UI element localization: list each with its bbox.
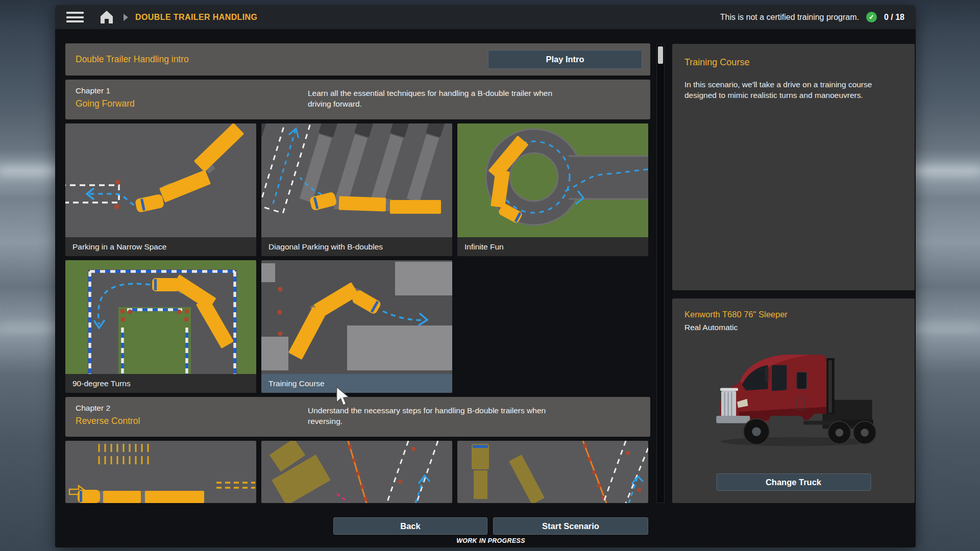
- chapter-description: Understand the necessary steps for handl…: [308, 404, 576, 437]
- breadcrumb: DOUBLE TRAILER HANDLING: [135, 13, 257, 22]
- truck-panel: Kenworth T680 76" Sleeper Real Automatic: [672, 298, 915, 503]
- scenario-list: Double Trailer Handling intro Play Intro…: [65, 43, 650, 503]
- intro-row: Double Trailer Handling intro Play Intro: [65, 43, 650, 76]
- scrollbar-thumb[interactable]: [658, 46, 663, 64]
- progress-counter: 0 / 18: [884, 13, 904, 22]
- scrollbar-track[interactable]: [656, 44, 665, 503]
- chevron-right-icon: [124, 14, 128, 21]
- start-scenario-button[interactable]: Start Scenario: [493, 517, 648, 535]
- scenario-caption: Diagonal Parking with B-doubles: [261, 237, 452, 256]
- scenario-details-panel: Training Course In this scenario, we'll …: [672, 44, 915, 290]
- menu-icon[interactable]: [66, 12, 84, 22]
- scenario-details-description: In this scenario, we'll take a drive on …: [684, 79, 902, 101]
- scenario-tile-training-course[interactable]: Training Course: [261, 260, 452, 393]
- scenario-thumbnail: [261, 260, 452, 374]
- check-circle-icon: ✓: [866, 12, 877, 22]
- truck-image: [708, 341, 879, 450]
- training-dialog-window: DOUBLE TRAILER HANDLING This is not a ce…: [55, 5, 916, 547]
- scenario-thumbnail: [261, 441, 452, 503]
- scenario-thumbnail: [457, 441, 648, 503]
- scenario-tile-90-degree-turns[interactable]: 90-degree Turns: [65, 260, 256, 393]
- scenario-tile-parking-narrow-space[interactable]: Parking in a Narrow Space: [65, 123, 256, 256]
- certification-notice: This is not a certified training program…: [720, 13, 859, 22]
- scenario-caption: Infinite Fun: [457, 237, 648, 256]
- change-truck-button[interactable]: Change Truck: [716, 473, 871, 491]
- chapter-label: Chapter 2: [76, 404, 308, 413]
- scenario-tile-reverse-2[interactable]: [261, 441, 452, 503]
- scenario-tile-infinite-fun[interactable]: Infinite Fun: [457, 123, 648, 256]
- chapter-2-header: Chapter 2 Reverse Control Understand the…: [65, 397, 650, 437]
- scenario-thumbnail: [65, 123, 256, 237]
- scenario-caption: Training Course: [261, 374, 452, 393]
- scenario-thumbnail: [65, 260, 256, 374]
- home-icon[interactable]: [99, 10, 114, 24]
- scenario-caption: 90-degree Turns: [65, 374, 256, 393]
- chapter-1-header: Chapter 1 Going Forward Learn all the es…: [65, 80, 650, 119]
- truck-name: Kenworth T680 76" Sleeper: [684, 310, 902, 319]
- chapter-label: Chapter 1: [76, 86, 308, 95]
- scenario-details-title: Training Course: [684, 57, 902, 68]
- truck-transmission: Real Automatic: [684, 323, 902, 332]
- scenario-thumbnail: [457, 123, 648, 237]
- scenario-thumbnail: [261, 123, 452, 237]
- chapter-title: Going Forward: [76, 98, 308, 109]
- scenario-caption: Parking in a Narrow Space: [65, 237, 256, 256]
- scenario-tile-diagonal-parking[interactable]: Diagonal Parking with B-doubles: [261, 123, 452, 256]
- scenario-thumbnail: [65, 441, 256, 503]
- top-bar: DOUBLE TRAILER HANDLING This is not a ce…: [55, 5, 916, 29]
- work-in-progress-label: WORK IN PROGRESS: [333, 537, 648, 544]
- play-intro-button[interactable]: Play Intro: [488, 50, 642, 69]
- chapter-title: Reverse Control: [76, 416, 308, 427]
- scenario-tile-reverse-1[interactable]: [65, 441, 256, 503]
- intro-title: Double Trailer Handling intro: [76, 54, 189, 65]
- scenario-tile-reverse-3[interactable]: [457, 441, 648, 503]
- back-button[interactable]: Back: [333, 517, 487, 535]
- chapter-description: Learn all the essential techniques for h…: [308, 86, 576, 119]
